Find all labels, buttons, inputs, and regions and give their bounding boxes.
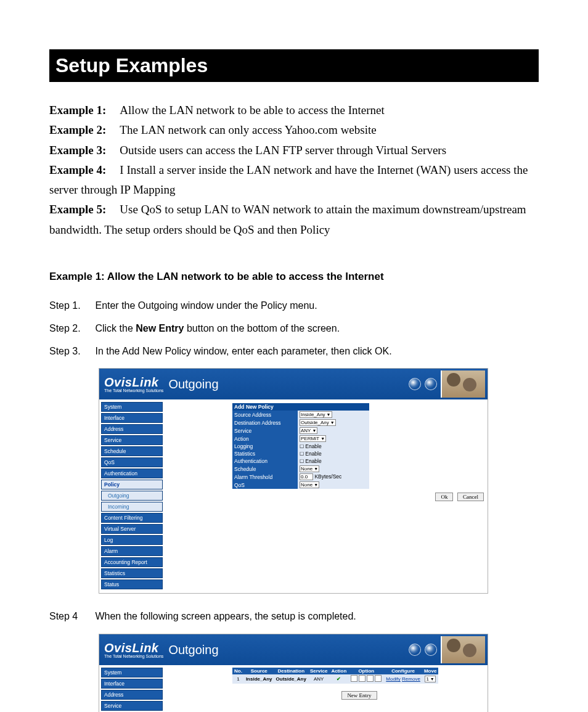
chevron-down-icon: ▼ xyxy=(314,467,318,471)
brand: OvisLink The Total Networking Solutions xyxy=(99,375,163,393)
step1-text: Enter the Outgoing window under the Poli… xyxy=(95,300,317,311)
example4-text: I Install a server inside the LAN networ… xyxy=(49,163,528,196)
checkbox-statistics[interactable]: ☐ xyxy=(300,451,305,457)
step1-label: Step 1. xyxy=(49,298,92,314)
nav-service[interactable]: Service xyxy=(101,701,163,711)
nav-policy-outgoing[interactable]: Outgoing xyxy=(101,491,163,501)
enable-text: Enable xyxy=(305,451,321,457)
globe-icon xyxy=(425,644,437,656)
nav-address[interactable]: Address xyxy=(101,424,163,434)
steps-list: Step 1. Enter the Outgoing window under … xyxy=(49,298,539,359)
input-alarm-threshold[interactable]: 0.0 xyxy=(300,473,313,480)
remove-link[interactable]: Remove xyxy=(402,676,420,682)
globe-icon xyxy=(409,644,421,656)
ok-button[interactable]: Ok xyxy=(435,493,453,501)
form-panel: Add New Policy Source Address Inside_Any… xyxy=(165,399,488,593)
col-action: Action xyxy=(329,668,348,674)
col-destination: Destination xyxy=(274,668,308,674)
brand-sub: The Total Networking Solutions xyxy=(104,388,163,393)
nav-schedule[interactable]: Schedule xyxy=(101,446,163,456)
label-authentication: Authentication xyxy=(232,457,298,465)
col-option: Option xyxy=(348,668,384,674)
step3-label: Step 3. xyxy=(49,344,92,359)
example1-text: Allow the LAN network to be able to acce… xyxy=(120,104,384,117)
option-icon[interactable] xyxy=(359,675,365,682)
header-title: Outgoing xyxy=(168,377,218,391)
brand-name: OvisLink xyxy=(104,375,163,390)
table-row: 1 Inside_Any Outside_Any ANY ✔ Modify Re… xyxy=(232,674,438,684)
cell-destination: Outside_Any xyxy=(274,674,308,684)
chevron-down-icon: ▼ xyxy=(321,436,325,441)
select-destination-address[interactable]: Outside_Any▼ xyxy=(300,419,336,426)
cell-configure: Modify Remove xyxy=(384,674,422,684)
nav-qos[interactable]: QoS xyxy=(101,457,163,467)
cancel-button[interactable]: Cancel xyxy=(457,493,484,501)
example1-section-heading: Example 1: Allow the LAN network to be a… xyxy=(49,271,539,283)
example2-text: The LAN network can only access Yahoo.co… xyxy=(120,123,376,136)
select-qos[interactable]: None▼ xyxy=(300,481,319,488)
label-qos: QoS xyxy=(232,481,298,489)
cell-no: 1 xyxy=(232,674,244,684)
new-entry-button[interactable]: New Entry xyxy=(341,691,377,700)
nav-virtual-server[interactable]: Virtual Server xyxy=(101,524,163,534)
col-configure: Configure xyxy=(384,668,422,674)
nav-accounting-report[interactable]: Accounting Report xyxy=(101,557,163,567)
label-source-address: Source Address xyxy=(232,411,298,419)
policy-table: No. Source Destination Service Action Op… xyxy=(232,668,438,684)
screenshot-policy-result: OvisLink The Total Networking Solutions … xyxy=(99,634,488,712)
nav-log[interactable]: Log xyxy=(101,535,163,545)
nav-system[interactable]: System xyxy=(101,668,163,677)
col-service: Service xyxy=(308,668,329,674)
cell-service: ANY xyxy=(308,674,329,684)
nav-interface[interactable]: Interface xyxy=(101,413,163,423)
nav-address[interactable]: Address xyxy=(101,690,163,700)
steps-list-2: Step 4 When the following screen appears… xyxy=(49,609,539,624)
select-service[interactable]: ANY▼ xyxy=(300,427,317,434)
example5-label: Example 5: xyxy=(49,203,106,216)
nav-system[interactable]: System xyxy=(101,402,163,412)
header-photo xyxy=(441,636,485,663)
label-action: Action xyxy=(232,435,298,443)
modify-link[interactable]: Modify xyxy=(386,676,401,682)
option-icon[interactable] xyxy=(351,675,357,682)
select-action[interactable]: PERMIT▼ xyxy=(300,435,326,442)
enable-text: Enable xyxy=(305,458,321,464)
nav-statistics[interactable]: Statistics xyxy=(101,568,163,578)
examples-summary: Example 1:Allow the LAN network to be ab… xyxy=(49,100,539,240)
step2-label: Step 2. xyxy=(49,321,92,337)
nav-authentication[interactable]: Authentication xyxy=(101,469,163,478)
form-heading: Add New Policy xyxy=(232,403,369,411)
select-source-address[interactable]: Inside_Any▼ xyxy=(300,411,332,418)
example2-label: Example 2: xyxy=(49,123,106,136)
option-icon[interactable] xyxy=(367,675,374,682)
checkbox-logging[interactable]: ☐ xyxy=(300,444,305,449)
example4-label: Example 4: xyxy=(49,163,106,176)
select-schedule[interactable]: None▼ xyxy=(300,465,319,472)
cell-move: 1▼ xyxy=(422,674,438,684)
select-move[interactable]: 1▼ xyxy=(425,676,435,682)
screenshot-add-policy: OvisLink The Total Networking Solutions … xyxy=(99,368,488,594)
example3-text: Outside users can access the LAN FTP ser… xyxy=(120,144,446,157)
example5-text: Use QoS to setup LAN to WAN network to a… xyxy=(49,203,526,235)
brand-name: OvisLink xyxy=(104,641,163,655)
brand-sub: The Total Networking Solutions xyxy=(104,654,163,658)
checkbox-authentication[interactable]: ☐ xyxy=(300,459,305,464)
nav-interface[interactable]: Interface xyxy=(101,679,163,689)
step2-text-post: button on the bottom of the screen. xyxy=(184,323,340,333)
col-move: Move xyxy=(422,668,438,674)
enable-text: Enable xyxy=(305,443,321,449)
header-title: Outgoing xyxy=(168,643,218,657)
label-logging: Logging xyxy=(232,443,298,450)
cell-source: Inside_Any xyxy=(244,674,274,684)
chevron-down-icon: ▼ xyxy=(327,412,331,417)
nav-policy[interactable]: Policy xyxy=(101,480,163,489)
step2-text-pre: Click the xyxy=(95,323,136,333)
label-schedule: Schedule xyxy=(232,465,298,473)
option-icon[interactable] xyxy=(375,675,382,682)
nav-service[interactable]: Service xyxy=(101,435,163,445)
nav-policy-incoming[interactable]: Incoming xyxy=(101,502,163,512)
nav-status[interactable]: Status xyxy=(101,579,163,589)
nav-alarm[interactable]: Alarm xyxy=(101,546,163,556)
nav-content-filtering[interactable]: Content Filtering xyxy=(101,513,163,523)
col-no: No. xyxy=(232,668,244,674)
